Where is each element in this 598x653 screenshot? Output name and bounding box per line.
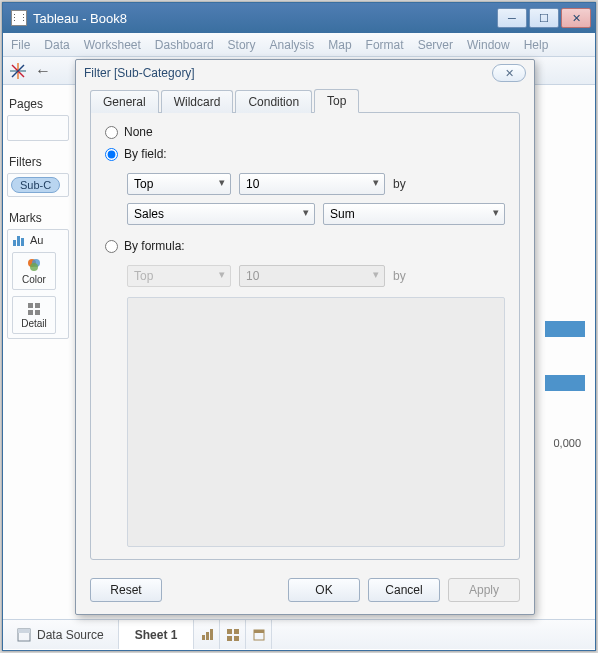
- data-source-tab[interactable]: Data Source: [3, 620, 119, 649]
- new-worksheet-icon: [200, 628, 214, 642]
- filter-pill-subcategory[interactable]: Sub-C: [11, 177, 60, 193]
- option-by-formula[interactable]: By formula:: [105, 239, 505, 253]
- filters-shelf[interactable]: Sub-C: [7, 173, 69, 197]
- close-window-button[interactable]: ✕: [561, 8, 591, 28]
- apply-button: Apply: [448, 578, 520, 602]
- by-field-measure-select[interactable]: Sales: [127, 203, 315, 225]
- titlebar: ⋮⋮ Tableau - Book8 ─ ☐ ✕: [3, 3, 595, 33]
- menu-help[interactable]: Help: [524, 38, 549, 52]
- minimize-button[interactable]: ─: [497, 8, 527, 28]
- axis-tick-label: 0,000: [553, 437, 581, 449]
- marks-card: Au Color Detail: [7, 229, 69, 339]
- svg-rect-22: [234, 636, 239, 641]
- radio-none[interactable]: [105, 126, 118, 139]
- radio-by-formula[interactable]: [105, 240, 118, 253]
- option-none[interactable]: None: [105, 125, 505, 139]
- marks-label: Marks: [9, 211, 67, 225]
- by-field-agg-select[interactable]: Sum: [323, 203, 505, 225]
- menu-format[interactable]: Format: [366, 38, 404, 52]
- by-formula-by-label: by: [393, 269, 406, 283]
- by-field-count-input[interactable]: [239, 173, 385, 195]
- tab-wildcard[interactable]: Wildcard: [161, 90, 234, 113]
- app-window: ⋮⋮ Tableau - Book8 ─ ☐ ✕ File Data Works…: [2, 2, 596, 651]
- menu-file[interactable]: File: [11, 38, 30, 52]
- window-title: Tableau - Book8: [33, 11, 497, 26]
- menu-window[interactable]: Window: [467, 38, 510, 52]
- option-by-field[interactable]: By field:: [105, 147, 505, 161]
- bar-chart-icon: [12, 234, 26, 246]
- svg-rect-12: [28, 310, 33, 315]
- bar-2: [545, 375, 585, 391]
- svg-rect-15: [18, 629, 30, 633]
- by-field-direction-select[interactable]: Top: [127, 173, 231, 195]
- new-story-icon: [252, 628, 266, 642]
- menu-story[interactable]: Story: [228, 38, 256, 52]
- tableau-logo-icon: [9, 62, 27, 80]
- color-icon: [27, 258, 41, 272]
- svg-rect-21: [227, 636, 232, 641]
- datasource-icon: [17, 628, 31, 642]
- marks-type-text: Au: [30, 234, 43, 246]
- svg-rect-13: [35, 310, 40, 315]
- new-story-button[interactable]: [246, 620, 272, 649]
- detail-mark-label: Detail: [21, 318, 47, 329]
- by-field-by-label: by: [393, 177, 406, 191]
- menu-worksheet[interactable]: Worksheet: [84, 38, 141, 52]
- new-dashboard-button[interactable]: [220, 620, 246, 649]
- menu-data[interactable]: Data: [44, 38, 69, 52]
- menubar: File Data Worksheet Dashboard Story Anal…: [3, 33, 595, 57]
- color-mark-button[interactable]: Color: [12, 252, 56, 290]
- new-dashboard-icon: [226, 628, 240, 642]
- ok-button[interactable]: OK: [288, 578, 360, 602]
- radio-by-field[interactable]: [105, 148, 118, 161]
- reset-button[interactable]: Reset: [90, 578, 162, 602]
- detail-mark-button[interactable]: Detail: [12, 296, 56, 334]
- by-formula-count-input: [239, 265, 385, 287]
- workarea: Pages Filters Sub-C Marks Au Color: [3, 85, 595, 619]
- bar-1: [545, 321, 585, 337]
- dialog-tabstrip: General Wildcard Condition Top: [76, 86, 534, 112]
- tab-top[interactable]: Top: [314, 89, 359, 113]
- svg-rect-10: [28, 303, 33, 308]
- menu-map[interactable]: Map: [328, 38, 351, 52]
- svg-rect-20: [234, 629, 239, 634]
- svg-rect-4: [13, 240, 16, 246]
- menu-analysis[interactable]: Analysis: [270, 38, 315, 52]
- by-formula-direction-select: Top: [127, 265, 231, 287]
- filters-shelf-label: Filters: [9, 155, 67, 169]
- app-icon: ⋮⋮: [11, 10, 27, 26]
- left-side-panels: Pages Filters Sub-C Marks Au Color: [3, 85, 73, 619]
- new-worksheet-button[interactable]: [194, 620, 220, 649]
- pages-shelf-label: Pages: [9, 97, 67, 111]
- color-mark-label: Color: [22, 274, 46, 285]
- maximize-button[interactable]: ☐: [529, 8, 559, 28]
- option-none-label: None: [124, 125, 153, 139]
- svg-rect-18: [210, 629, 213, 640]
- filter-dialog: Filter [Sub-Category] ✕ General Wildcard…: [75, 59, 535, 615]
- pages-shelf[interactable]: [7, 115, 69, 141]
- tab-condition[interactable]: Condition: [235, 90, 312, 113]
- tab-general[interactable]: General: [90, 90, 159, 113]
- detail-icon: [27, 302, 41, 316]
- option-by-formula-label: By formula:: [124, 239, 185, 253]
- menu-dashboard[interactable]: Dashboard: [155, 38, 214, 52]
- menu-server[interactable]: Server: [418, 38, 453, 52]
- sheet-bar: Data Source Sheet 1: [3, 619, 595, 649]
- svg-rect-17: [206, 632, 209, 640]
- svg-point-9: [30, 263, 38, 271]
- tab-top-body: None By field: Top by Sales Sum: [90, 112, 520, 560]
- dialog-close-button[interactable]: ✕: [492, 64, 526, 82]
- sheet-tab-1[interactable]: Sheet 1: [119, 620, 195, 649]
- back-button[interactable]: ←: [35, 62, 51, 80]
- dialog-titlebar: Filter [Sub-Category] ✕: [76, 60, 534, 86]
- svg-rect-11: [35, 303, 40, 308]
- data-source-label: Data Source: [37, 628, 104, 642]
- marks-type-dropdown[interactable]: Au: [12, 234, 64, 246]
- svg-rect-6: [21, 238, 24, 246]
- cancel-button[interactable]: Cancel: [368, 578, 440, 602]
- svg-rect-19: [227, 629, 232, 634]
- svg-rect-5: [17, 236, 20, 246]
- option-by-field-label: By field:: [124, 147, 167, 161]
- dialog-title: Filter [Sub-Category]: [84, 66, 492, 80]
- dialog-button-row: Reset OK Cancel Apply: [76, 570, 534, 614]
